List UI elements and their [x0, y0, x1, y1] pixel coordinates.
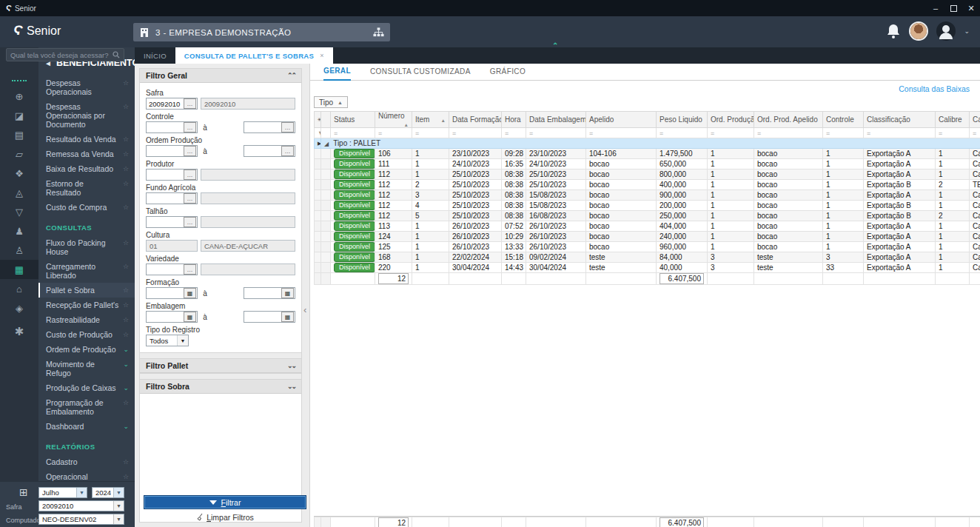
grid-cell[interactable]: bocao: [754, 149, 823, 159]
grid-cell[interactable]: 15/08/2023: [526, 190, 586, 201]
grid-cell[interactable]: 400,000: [657, 180, 708, 190]
grid-cell[interactable]: 1: [708, 190, 754, 201]
user-avatar[interactable]: [909, 21, 928, 41]
grid-cell[interactable]: 2: [412, 180, 449, 190]
grid-cell[interactable]: 08:38: [502, 190, 526, 201]
safra-select[interactable]: 20092010 ▼: [38, 500, 124, 511]
sidebar-item-pallet-e-sobra[interactable]: Pallet e Sobra☆: [38, 283, 135, 298]
grid-cell[interactable]: 24/10/2023: [449, 159, 502, 169]
sidebar-item-movimento-de-refugo[interactable]: Movimento de Refugo⌄: [38, 357, 135, 380]
sidebar-item-baixa-de-resultado[interactable]: Baixa de Resultado☆: [38, 161, 135, 176]
grid-cell[interactable]: 33: [823, 263, 864, 273]
grid-cell[interactable]: bocao: [586, 159, 657, 169]
grid-cell[interactable]: Exportação A: [864, 221, 936, 232]
grid-cell[interactable]: 1: [412, 169, 449, 180]
lookup-ellipsis-button[interactable]: …: [184, 98, 196, 109]
performance-chart-icon[interactable]: ◪: [0, 106, 38, 125]
lookup-ellipsis-button[interactable]: …: [184, 217, 196, 227]
grid-cell[interactable]: 15/08/2023: [526, 201, 586, 211]
year-select[interactable]: 2024 ▼: [92, 487, 124, 498]
chevron-down-icon[interactable]: ⌄: [123, 383, 129, 392]
column-filter-cell[interactable]: =: [526, 128, 586, 138]
tab-consulta-pallets[interactable]: CONSULTA DE PALLET'S E SOBRAS ×: [175, 47, 333, 64]
favorite-star-icon[interactable]: ☆: [123, 150, 129, 158]
grid-cell[interactable]: Exportação A: [864, 232, 936, 242]
grid-cell[interactable]: 1: [936, 201, 970, 211]
close-button[interactable]: ✕: [962, 0, 980, 16]
column-filter-cell[interactable]: =: [331, 128, 375, 138]
tipo-registro-select[interactable]: Todos▼: [146, 335, 189, 346]
grid-cell[interactable]: bocao: [754, 190, 823, 201]
status-cell[interactable]: Disponível: [331, 242, 375, 252]
grid-cell[interactable]: Caix: [970, 149, 980, 159]
grid-cell[interactable]: bocao: [586, 201, 657, 211]
date-picker-button[interactable]: ▦: [184, 312, 196, 322]
favorite-star-icon[interactable]: ☆: [123, 330, 129, 339]
date-picker-button[interactable]: ▦: [184, 288, 196, 298]
tab-close-icon[interactable]: ×: [320, 52, 324, 59]
column-header-item[interactable]: Item▲: [412, 112, 449, 128]
column-filter-cell[interactable]: =: [864, 128, 936, 138]
status-cell[interactable]: Disponível: [331, 263, 375, 273]
grid-cell[interactable]: 1: [708, 221, 754, 232]
grid-cell[interactable]: 25/10/2023: [449, 180, 502, 190]
grid-cell[interactable]: bocao: [586, 211, 657, 221]
pallet-icon[interactable]: ▦: [0, 260, 38, 279]
column-header-caixa[interactable]: Caixa: [970, 112, 980, 128]
group-by-tipo-chip[interactable]: Tipo ▲: [314, 96, 348, 108]
chevron-down-icon[interactable]: ⌄: [123, 422, 129, 431]
grid-cell[interactable]: Exportação B: [864, 201, 936, 211]
grid-cell[interactable]: 1: [708, 211, 754, 221]
grid-cell[interactable]: 900,000: [657, 190, 708, 201]
grid-cell[interactable]: Caix: [970, 190, 980, 201]
favorite-star-icon[interactable]: ☆: [123, 238, 129, 247]
filter-input[interactable]: …: [146, 145, 198, 157]
filter-input[interactable]: ▦: [244, 311, 295, 323]
table-row[interactable]: Disponível168122/02/202415:1809/02/2024t…: [315, 252, 980, 263]
grid-cell[interactable]: 23/10/2023: [449, 149, 502, 159]
grid-cell[interactable]: 1: [936, 252, 970, 263]
globe-icon[interactable]: ⊕: [0, 87, 38, 106]
grid-cell[interactable]: 16:35: [502, 159, 526, 169]
sidebar-item-produ-o-de-caixas[interactable]: Produção de Caixas⌄: [38, 380, 135, 395]
sidebar-item-despesas-operacionais-por-documento[interactable]: Despesas Operacionais por Documento☆: [38, 99, 135, 132]
grid-cell[interactable]: 113: [375, 221, 412, 232]
favorite-star-icon[interactable]: ☆: [123, 164, 129, 173]
sidebar-item-rastreabilidade[interactable]: Rastreabilidade☆: [38, 312, 135, 327]
grid-cell[interactable]: Caix: [970, 211, 980, 221]
grid-cell[interactable]: teste: [586, 263, 657, 273]
grid-cell[interactable]: 22/02/2024: [449, 252, 502, 263]
grid-cell[interactable]: 25/10/2023: [526, 169, 586, 180]
sidebar-item-recep-o-de-pallet-s[interactable]: Recepção de Pallet's☆: [38, 298, 135, 312]
security-icon[interactable]: ◈: [0, 298, 38, 318]
filtro-sobra-header[interactable]: Filtro Sobra ⌄⌄: [140, 380, 301, 394]
grid-cell[interactable]: Caix: [970, 232, 980, 242]
column-header-classifica-o[interactable]: Classificação: [864, 112, 936, 128]
lookup-ellipsis-button[interactable]: …: [184, 122, 196, 132]
grid-cell[interactable]: 1: [412, 252, 449, 263]
lookup-ellipsis-button[interactable]: …: [184, 264, 196, 275]
grid-cell[interactable]: 26/10/2023: [449, 232, 502, 242]
logistics-truck-icon[interactable]: ▱: [0, 144, 38, 164]
sidebar-item-programa-o-de-embalamento[interactable]: Programação de Embalamento☆: [38, 395, 135, 419]
grid-cell[interactable]: 07:52: [502, 221, 526, 232]
table-row[interactable]: Disponível112325/10/202308:3815/08/2023b…: [315, 190, 980, 201]
favorite-star-icon[interactable]: ☆: [123, 135, 129, 144]
grid-cell[interactable]: 404,000: [657, 221, 708, 232]
table-row[interactable]: Disponível106123/10/202309:2823/10/20231…: [315, 149, 980, 159]
grid-cell[interactable]: 1: [936, 149, 970, 159]
lookup-ellipsis-button[interactable]: …: [184, 146, 196, 156]
filtrar-button[interactable]: Filtrar: [144, 495, 306, 509]
grid-cell[interactable]: 3: [708, 263, 754, 273]
company-selector[interactable]: 3 - EMPRESA DEMONSTRAÇÃO: [133, 23, 390, 41]
grid-cell[interactable]: 26/10/2023: [526, 221, 586, 232]
grid-cell[interactable]: bocao: [754, 180, 823, 190]
table-row[interactable]: Disponível112125/10/202308:3825/10/2023b…: [315, 169, 980, 180]
collapse-filter-chevron-icon[interactable]: ‹: [303, 304, 306, 315]
grid-cell[interactable]: 1: [823, 169, 864, 180]
grid-cell[interactable]: 25/10/2023: [526, 180, 586, 190]
column-header-ord-produ-o[interactable]: Ord. Produção: [708, 112, 754, 128]
grid-cell[interactable]: 168: [375, 252, 412, 263]
grid-cell[interactable]: 5: [412, 211, 449, 221]
column-filter-cell[interactable]: =: [970, 128, 980, 138]
